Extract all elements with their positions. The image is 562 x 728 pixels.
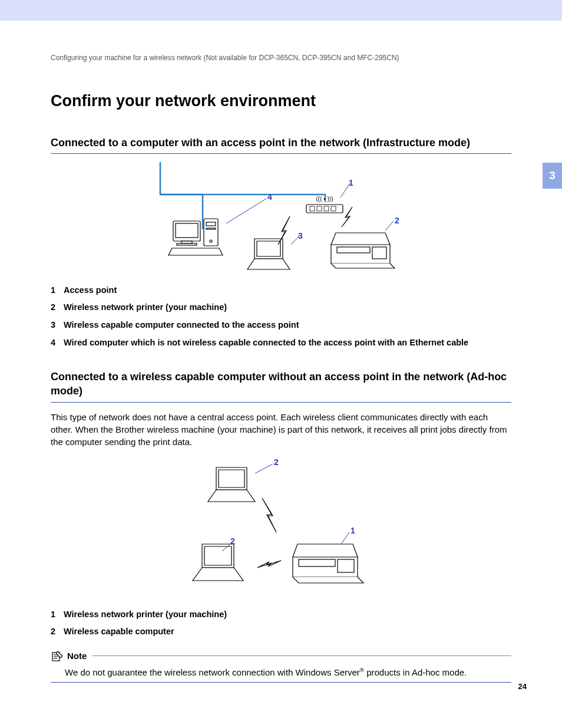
svg-rect-14: [337, 247, 370, 253]
svg-rect-4: [331, 206, 336, 211]
svg-rect-21: [338, 559, 354, 572]
svg-line-24: [341, 532, 349, 544]
fig1-callout-4: 4: [267, 192, 272, 202]
svg-line-19: [226, 199, 266, 223]
svg-line-17: [385, 221, 394, 230]
section2-paragraph: This type of network does not have a cen…: [51, 411, 511, 449]
svg-rect-8: [181, 241, 192, 243]
note-icon: [51, 650, 64, 663]
breadcrumb: Configuring your machine for a wireless …: [51, 53, 511, 62]
legend-adhoc: 1Wireless network printer (your machine)…: [51, 609, 511, 638]
fig2-callout-1: 1: [351, 526, 355, 535]
note-header-line: [92, 655, 511, 656]
top-accent-bar: [0, 0, 562, 21]
fig2-callout-2b: 2: [230, 536, 235, 546]
svg-rect-7: [176, 223, 198, 238]
page-title: Confirm your network environment: [51, 90, 511, 111]
note-bottom-rule: [51, 682, 511, 683]
section1-rule: [51, 153, 511, 154]
svg-rect-11: [206, 222, 216, 226]
section2-heading: Connected to a wireless capable computer…: [51, 370, 511, 398]
svg-rect-1: [310, 206, 315, 211]
note-header: Note: [51, 650, 511, 663]
svg-rect-3: [324, 206, 329, 211]
chapter-tab: 3: [543, 163, 562, 189]
section1-heading: Connected to a computer with an access p…: [51, 136, 511, 150]
fig1-callout-2: 2: [395, 216, 399, 225]
fig1-callout-1: 1: [349, 178, 353, 187]
svg-rect-9: [177, 243, 197, 245]
figure-adhoc: 2 2 1: [51, 457, 511, 598]
svg-text:((( • ))): ((( • ))): [316, 196, 333, 202]
section2-rule: [51, 402, 511, 403]
svg-point-13: [210, 240, 212, 242]
svg-line-22: [255, 464, 273, 473]
fig1-callout-3: 3: [298, 231, 303, 241]
svg-rect-2: [317, 206, 322, 211]
page-number: 24: [518, 681, 527, 692]
note-label: Note: [67, 650, 87, 662]
svg-rect-12: [206, 228, 216, 229]
fig2-callout-2a: 2: [274, 457, 279, 467]
svg-line-16: [340, 183, 350, 197]
legend-infrastructure: 1Access point 2Wireless network printer …: [51, 285, 511, 348]
figure-infrastructure: ((( • ))): [51, 162, 511, 274]
svg-rect-20: [299, 559, 335, 566]
note-body: We do not guarantee the wireless network…: [65, 666, 511, 678]
svg-rect-15: [372, 247, 386, 259]
